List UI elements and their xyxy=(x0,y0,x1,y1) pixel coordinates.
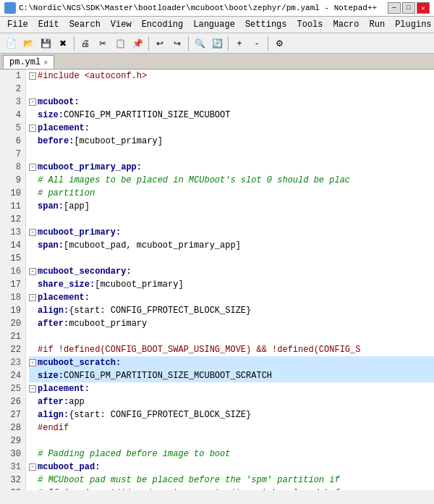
code-line-27: align: {start: CONFIG_FPROTECT_BLOCK_SIZ… xyxy=(29,408,434,421)
window-title: C:\Nordic\NCS\SDK\Master\bootloader\mcub… xyxy=(19,4,377,12)
code-line-2 xyxy=(29,83,434,96)
new-button[interactable]: 📄 xyxy=(3,35,19,51)
code-line-14: span: [mcuboot_pad, mcuboot_primary_app] xyxy=(29,239,434,252)
zoom-in-button[interactable]: + xyxy=(231,35,247,51)
find-button[interactable]: 🔍 xyxy=(192,35,208,51)
copy-button[interactable]: 📋 xyxy=(112,35,128,51)
code-content[interactable]: -#include <autoconf.h>-mcuboot: size: CO… xyxy=(26,70,434,490)
token-33: # If 'spm' partition is not present, it … xyxy=(38,488,340,490)
tab-bar: pm.yml ✕ xyxy=(0,54,434,70)
line-num-15: 15 xyxy=(0,252,25,265)
tab-close-button[interactable]: ✕ xyxy=(43,58,48,67)
minimize-button[interactable]: ─ xyxy=(388,2,401,14)
token-19: align: xyxy=(38,306,69,316)
code-line-33: # If 'spm' partition is not present, it … xyxy=(29,487,434,490)
maximize-button[interactable]: □ xyxy=(402,2,415,14)
fold-icon-18[interactable]: - xyxy=(29,294,36,301)
settings-button[interactable]: ⚙ xyxy=(271,35,287,51)
code-line-4: size: CONFIG_PM_PARTITION_SIZE_MCUBOOT xyxy=(29,109,434,122)
close-button2[interactable]: ✖ xyxy=(55,35,71,51)
line-num-6: 6 xyxy=(0,135,25,148)
code-line-32: # MCUboot pad must be placed before the … xyxy=(29,474,434,487)
fold-icon-1[interactable]: - xyxy=(29,72,36,80)
code-line-29 xyxy=(29,434,434,448)
menu-item-search[interactable]: Search xyxy=(65,18,105,31)
token-17: share_size: xyxy=(38,280,95,290)
token-27: {start: CONFIG_FPROTECT_BLOCK_SIZE} xyxy=(69,410,251,420)
menu-item-macro[interactable]: Macro xyxy=(329,18,364,31)
fold-icon-8[interactable]: - xyxy=(29,164,36,171)
token-11: span: xyxy=(38,201,64,211)
code-line-25: - placement: xyxy=(29,382,434,395)
line-num-5: 5 xyxy=(0,122,25,135)
fold-icon-13[interactable]: - xyxy=(29,229,36,236)
close-button[interactable]: ✕ xyxy=(417,2,430,14)
menu-item-plugins[interactable]: Plugins xyxy=(391,18,434,31)
open-button[interactable]: 📂 xyxy=(20,35,36,51)
code-line-20: after: mcuboot_primary xyxy=(29,317,434,330)
line-num-4: 4 xyxy=(0,109,25,122)
paste-button[interactable]: 📌 xyxy=(129,35,145,51)
line-num-8: 8 xyxy=(0,161,25,174)
token-24: size: xyxy=(38,371,64,381)
line-num-2: 2 xyxy=(0,83,25,96)
token-1: #include <autoconf.h> xyxy=(38,71,147,81)
replace-button[interactable]: 🔄 xyxy=(209,35,225,51)
code-line-6: before: [mcuboot_primary] xyxy=(29,135,434,148)
code-line-7 xyxy=(29,148,434,161)
token-5: placement: xyxy=(38,123,90,133)
undo-button[interactable]: ↩ xyxy=(152,35,168,51)
redo-button[interactable]: ↪ xyxy=(169,35,185,51)
menu-item-language[interactable]: Language xyxy=(189,18,239,31)
fold-icon-3[interactable]: - xyxy=(29,98,36,106)
fold-icon-5[interactable]: - xyxy=(29,125,36,132)
line-num-31: 31 xyxy=(0,461,25,474)
line-num-26: 26 xyxy=(0,395,25,408)
line-num-10: 10 xyxy=(0,187,25,200)
fold-icon-16[interactable]: - xyxy=(29,268,36,275)
cut-button[interactable]: ✂ xyxy=(95,35,111,51)
code-line-30: # Padding placed before image to boot xyxy=(29,448,434,461)
menu-item-edit[interactable]: Edit xyxy=(34,18,64,31)
code-line-3: -mcuboot: xyxy=(29,96,434,109)
line-num-22: 22 xyxy=(0,343,25,356)
menu-item-encoding[interactable]: Encoding xyxy=(137,18,188,31)
print-button[interactable]: 🖨 xyxy=(77,35,93,51)
token-31: mcuboot_pad: xyxy=(38,462,100,472)
fold-icon-23[interactable]: - xyxy=(29,359,36,366)
code-line-16: -mcuboot_secondary: xyxy=(29,265,434,278)
code-line-19: align: {start: CONFIG_FPROTECT_BLOCK_SIZ… xyxy=(29,304,434,317)
code-line-12 xyxy=(29,213,434,226)
line-num-33: 33 xyxy=(0,487,25,490)
line-num-12: 12 xyxy=(0,213,25,226)
token-25: placement: xyxy=(38,384,90,394)
token-18: placement: xyxy=(38,293,90,303)
line-num-17: 17 xyxy=(0,278,25,291)
code-line-9: # All images to be placed in MCUboot's s… xyxy=(29,174,434,187)
fold-icon-25[interactable]: - xyxy=(29,385,36,392)
token-23: mcuboot_scratch: xyxy=(38,358,121,368)
tab-pm-yaml[interactable]: pm.yml ✕ xyxy=(3,55,54,69)
token-8: mcuboot_primary_app: xyxy=(38,162,142,172)
menu-bar: FileEditSearchViewEncodingLanguageSettin… xyxy=(0,17,434,33)
line-num-32: 32 xyxy=(0,474,25,487)
save-button[interactable]: 💾 xyxy=(38,35,54,51)
fold-icon-31[interactable]: - xyxy=(29,463,36,471)
token-24: CONFIG_PM_PARTITION_SIZE_MCUBOOT_SCRATCH xyxy=(64,371,272,381)
app-icon xyxy=(4,2,16,14)
menu-item-settings[interactable]: Settings xyxy=(241,18,292,31)
line-num-28: 28 xyxy=(0,421,25,434)
code-line-28: #endif xyxy=(29,421,434,434)
line-num-19: 19 xyxy=(0,304,25,317)
menu-item-view[interactable]: View xyxy=(106,18,136,31)
token-17: [mcuboot_primary] xyxy=(95,280,183,290)
window-controls[interactable]: ─ □ ✕ xyxy=(388,2,430,14)
token-10: # partition xyxy=(38,188,95,198)
code-line-31: -mcuboot_pad: xyxy=(29,461,434,474)
menu-item-tools[interactable]: Tools xyxy=(292,18,327,31)
zoom-out-button[interactable]: - xyxy=(249,35,265,51)
tab-label: pm.yml xyxy=(9,57,41,67)
menu-item-file[interactable]: File xyxy=(3,18,33,31)
line-num-14: 14 xyxy=(0,239,25,252)
menu-item-run[interactable]: Run xyxy=(365,18,390,31)
